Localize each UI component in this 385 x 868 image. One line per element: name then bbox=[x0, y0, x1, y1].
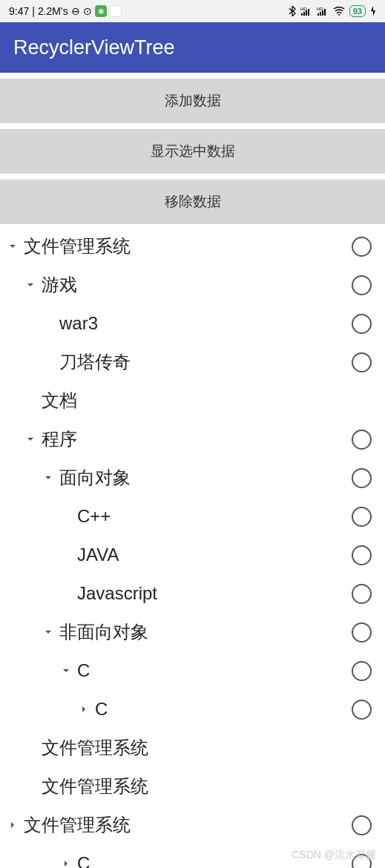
chevron-down-icon[interactable] bbox=[22, 435, 39, 444]
signal-1-icon: HD bbox=[300, 6, 312, 16]
tree-label: war3 bbox=[56, 313, 352, 334]
charging-icon bbox=[370, 6, 376, 16]
tree-row[interactable]: 面向对象 bbox=[0, 458, 385, 497]
status-right: HD HD 93 bbox=[289, 5, 376, 17]
tree-row[interactable]: Javascript bbox=[0, 574, 385, 613]
tree-row[interactable]: war3 bbox=[0, 304, 385, 343]
tree-label: 程序 bbox=[39, 427, 352, 451]
app-title: RecyclerViewTree bbox=[13, 36, 175, 59]
watermark: CSDN @流水潺媛 bbox=[292, 849, 376, 862]
radio-button[interactable] bbox=[352, 661, 372, 681]
radio-button[interactable] bbox=[352, 507, 372, 527]
tree-label: 文档 bbox=[39, 389, 372, 412]
tree-row[interactable]: 文档 bbox=[0, 381, 385, 420]
status-left: 9:47 | 2.2M's ⊖ ⊙ ✱ bbox=[9, 5, 122, 17]
app-icon: ✱ bbox=[95, 5, 107, 17]
chevron-right-icon[interactable] bbox=[76, 705, 92, 714]
signal-2-icon: HD bbox=[317, 6, 329, 16]
tree-label: C bbox=[92, 699, 352, 720]
tree-row[interactable]: 刀塔传奇 bbox=[0, 343, 385, 381]
wifi-icon bbox=[333, 7, 345, 16]
remove-data-button[interactable]: 移除数据 bbox=[0, 180, 385, 224]
tree-label: 文件管理系统 bbox=[39, 736, 372, 760]
status-time: 9:47 bbox=[9, 5, 29, 17]
tree-row[interactable]: 非面向对象 bbox=[0, 613, 385, 651]
battery-level: 93 bbox=[353, 7, 362, 16]
app-bar: RecyclerViewTree bbox=[0, 22, 385, 73]
show-selected-button[interactable]: 显示选中数据 bbox=[0, 129, 385, 174]
tree-label: 游戏 bbox=[39, 273, 352, 297]
radio-button[interactable] bbox=[352, 275, 372, 295]
tree-row[interactable]: C++ bbox=[0, 497, 385, 536]
svg-point-2 bbox=[338, 14, 340, 16]
status-bar: 9:47 | 2.2M's ⊖ ⊙ ✱ HD HD 93 bbox=[0, 0, 385, 22]
chevron-down-icon[interactable] bbox=[58, 666, 74, 675]
tree-row[interactable]: 文件管理系统 bbox=[0, 806, 385, 844]
sync-icon: ⊖ bbox=[71, 5, 80, 17]
radio-button[interactable] bbox=[352, 430, 372, 450]
tree-row[interactable]: 文件管理系统 bbox=[0, 729, 385, 767]
chevron-down-icon[interactable] bbox=[40, 628, 56, 637]
radio-button[interactable] bbox=[352, 815, 372, 835]
radio-button[interactable] bbox=[352, 622, 372, 642]
chevron-down-icon[interactable] bbox=[22, 280, 39, 289]
tree-row[interactable]: C bbox=[0, 690, 385, 729]
tree-list[interactable]: 文件管理系统游戏war3刀塔传奇文档程序面向对象C++JAVAJavascrip… bbox=[0, 227, 385, 868]
radio-button[interactable] bbox=[352, 700, 372, 720]
radio-button[interactable] bbox=[352, 545, 372, 565]
card-icon bbox=[110, 5, 122, 17]
tree-label: 文件管理系统 bbox=[21, 813, 352, 837]
tree-row[interactable]: JAVA bbox=[0, 536, 385, 574]
tree-row[interactable]: 程序 bbox=[0, 420, 385, 458]
add-data-button[interactable]: 添加数据 bbox=[0, 79, 385, 123]
bluetooth-icon bbox=[289, 6, 296, 16]
status-separator: | bbox=[32, 5, 35, 17]
battery-icon: 93 bbox=[349, 5, 366, 17]
clock-icon: ⊙ bbox=[83, 5, 92, 17]
tree-row[interactable]: 文件管理系统 bbox=[0, 227, 385, 266]
tree-label: Javascript bbox=[74, 583, 352, 604]
radio-button[interactable] bbox=[352, 237, 372, 257]
chevron-right-icon[interactable] bbox=[58, 859, 74, 868]
tree-label: 面向对象 bbox=[56, 466, 352, 490]
chevron-down-icon[interactable] bbox=[4, 242, 21, 251]
tree-label: JAVA bbox=[74, 545, 352, 565]
tree-row[interactable]: C bbox=[0, 651, 385, 690]
tree-label: 文件管理系统 bbox=[21, 234, 352, 258]
tree-label: 非面向对象 bbox=[56, 620, 352, 644]
radio-button[interactable] bbox=[352, 584, 372, 604]
tree-row[interactable]: 游戏 bbox=[0, 266, 385, 304]
tree-row[interactable]: 文件管理系统 bbox=[0, 767, 385, 806]
chevron-down-icon[interactable] bbox=[40, 473, 56, 482]
tree-label: C++ bbox=[74, 506, 352, 527]
chevron-right-icon[interactable] bbox=[4, 821, 21, 829]
tree-label: C bbox=[74, 660, 352, 681]
tree-label: 文件管理系统 bbox=[39, 775, 372, 798]
radio-button[interactable] bbox=[352, 314, 372, 334]
tree-label: 刀塔传奇 bbox=[56, 350, 352, 374]
radio-button[interactable] bbox=[352, 352, 372, 372]
status-speed: 2.2M's bbox=[38, 5, 68, 17]
radio-button[interactable] bbox=[352, 468, 372, 488]
